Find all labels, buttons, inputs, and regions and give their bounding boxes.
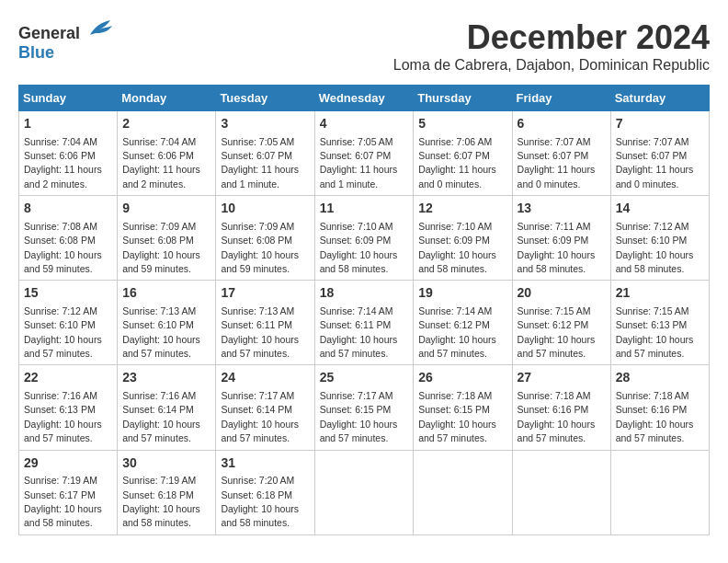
day-number: 19 [418, 284, 506, 303]
day-cell-22: 22Sunrise: 7:16 AMSunset: 6:13 PMDayligh… [19, 365, 118, 450]
week-row-1: 1Sunrise: 7:04 AMSunset: 6:06 PMDaylight… [19, 111, 710, 196]
day-cell-29: 29Sunrise: 7:19 AMSunset: 6:17 PMDayligh… [19, 450, 118, 534]
day-number: 26 [418, 369, 506, 387]
day-number: 29 [24, 454, 112, 473]
day-info: Sunrise: 7:07 AMSunset: 6:07 PMDaylight:… [518, 136, 596, 190]
day-number: 12 [418, 200, 506, 218]
day-info: Sunrise: 7:06 AMSunset: 6:07 PMDaylight:… [418, 136, 496, 190]
day-number: 11 [320, 200, 409, 218]
day-number: 31 [221, 454, 309, 473]
day-info: Sunrise: 7:15 AMSunset: 6:12 PMDaylight:… [518, 305, 596, 359]
day-cell-16: 16Sunrise: 7:13 AMSunset: 6:10 PMDayligh… [118, 281, 216, 365]
day-info: Sunrise: 7:12 AMSunset: 6:10 PMDaylight:… [24, 305, 102, 359]
day-number: 5 [418, 115, 506, 133]
day-info: Sunrise: 7:04 AMSunset: 6:06 PMDaylight:… [24, 136, 102, 190]
empty-cell [610, 450, 709, 534]
day-cell-18: 18Sunrise: 7:14 AMSunset: 6:11 PMDayligh… [314, 281, 414, 365]
day-number: 17 [221, 284, 309, 303]
day-number: 20 [518, 284, 606, 303]
day-number: 15 [24, 284, 112, 303]
day-number: 16 [122, 284, 210, 303]
weekday-wednesday: Wednesday [314, 86, 414, 111]
day-info: Sunrise: 7:16 AMSunset: 6:14 PMDaylight:… [122, 390, 200, 443]
logo-bird-icon [86, 18, 112, 39]
day-cell-3: 3Sunrise: 7:05 AMSunset: 6:07 PMDaylight… [216, 111, 314, 196]
day-info: Sunrise: 7:10 AMSunset: 6:09 PMDaylight:… [320, 221, 398, 274]
day-number: 3 [221, 115, 309, 133]
day-cell-11: 11Sunrise: 7:10 AMSunset: 6:09 PMDayligh… [314, 196, 414, 281]
day-info: Sunrise: 7:19 AMSunset: 6:17 PMDaylight:… [24, 475, 102, 528]
day-info: Sunrise: 7:20 AMSunset: 6:18 PMDaylight:… [221, 475, 299, 528]
logo-general: General [18, 24, 80, 42]
day-cell-30: 30Sunrise: 7:19 AMSunset: 6:18 PMDayligh… [118, 450, 216, 534]
day-info: Sunrise: 7:18 AMSunset: 6:16 PMDaylight:… [616, 390, 694, 443]
week-row-2: 8Sunrise: 7:08 AMSunset: 6:08 PMDaylight… [19, 196, 710, 281]
day-number: 22 [24, 369, 112, 387]
day-number: 27 [518, 369, 606, 387]
day-info: Sunrise: 7:14 AMSunset: 6:12 PMDaylight:… [418, 305, 496, 359]
day-cell-15: 15Sunrise: 7:12 AMSunset: 6:10 PMDayligh… [19, 281, 118, 365]
day-info: Sunrise: 7:13 AMSunset: 6:11 PMDaylight:… [221, 305, 299, 359]
day-number: 30 [122, 454, 210, 473]
day-cell-20: 20Sunrise: 7:15 AMSunset: 6:12 PMDayligh… [512, 281, 610, 365]
day-cell-6: 6Sunrise: 7:07 AMSunset: 6:07 PMDaylight… [512, 111, 610, 196]
day-cell-26: 26Sunrise: 7:18 AMSunset: 6:15 PMDayligh… [414, 365, 512, 450]
day-info: Sunrise: 7:10 AMSunset: 6:09 PMDaylight:… [418, 221, 496, 274]
weekday-saturday: Saturday [610, 86, 709, 111]
day-info: Sunrise: 7:04 AMSunset: 6:06 PMDaylight:… [122, 136, 200, 190]
calendar-table: SundayMondayTuesdayWednesdayThursdayFrid… [18, 85, 710, 535]
day-cell-27: 27Sunrise: 7:18 AMSunset: 6:16 PMDayligh… [512, 365, 610, 450]
day-cell-7: 7Sunrise: 7:07 AMSunset: 6:07 PMDaylight… [610, 111, 709, 196]
day-info: Sunrise: 7:19 AMSunset: 6:18 PMDaylight:… [122, 475, 200, 528]
day-info: Sunrise: 7:09 AMSunset: 6:08 PMDaylight:… [122, 221, 200, 274]
day-info: Sunrise: 7:13 AMSunset: 6:10 PMDaylight:… [122, 305, 200, 359]
day-info: Sunrise: 7:08 AMSunset: 6:08 PMDaylight:… [24, 221, 102, 274]
day-cell-21: 21Sunrise: 7:15 AMSunset: 6:13 PMDayligh… [610, 281, 709, 365]
week-row-5: 29Sunrise: 7:19 AMSunset: 6:17 PMDayligh… [19, 450, 710, 534]
location-title: Loma de Cabrera, Dajabon, Dominican Repu… [393, 57, 710, 74]
day-number: 1 [24, 115, 112, 133]
day-cell-4: 4Sunrise: 7:05 AMSunset: 6:07 PMDaylight… [314, 111, 414, 196]
empty-cell [414, 450, 512, 534]
weekday-friday: Friday [512, 86, 610, 111]
day-number: 9 [122, 200, 210, 218]
day-number: 28 [616, 369, 704, 387]
day-cell-28: 28Sunrise: 7:18 AMSunset: 6:16 PMDayligh… [610, 365, 709, 450]
day-info: Sunrise: 7:07 AMSunset: 6:07 PMDaylight:… [616, 136, 694, 190]
day-info: Sunrise: 7:05 AMSunset: 6:07 PMDaylight:… [221, 136, 299, 190]
logo: General Blue [18, 18, 112, 63]
day-number: 14 [616, 200, 704, 218]
week-row-4: 22Sunrise: 7:16 AMSunset: 6:13 PMDayligh… [19, 365, 710, 450]
day-cell-13: 13Sunrise: 7:11 AMSunset: 6:09 PMDayligh… [512, 196, 610, 281]
header: General Blue December 2024 Loma de Cabre… [18, 18, 710, 81]
day-number: 25 [320, 369, 409, 387]
weekday-monday: Monday [118, 86, 216, 111]
empty-cell [512, 450, 610, 534]
day-info: Sunrise: 7:17 AMSunset: 6:15 PMDaylight:… [320, 390, 398, 443]
day-cell-17: 17Sunrise: 7:13 AMSunset: 6:11 PMDayligh… [216, 281, 314, 365]
day-cell-1: 1Sunrise: 7:04 AMSunset: 6:06 PMDaylight… [19, 111, 118, 196]
day-number: 21 [616, 284, 704, 303]
day-info: Sunrise: 7:16 AMSunset: 6:13 PMDaylight:… [24, 390, 102, 443]
day-info: Sunrise: 7:12 AMSunset: 6:10 PMDaylight:… [616, 221, 694, 274]
day-info: Sunrise: 7:14 AMSunset: 6:11 PMDaylight:… [320, 305, 398, 359]
day-number: 8 [24, 200, 112, 218]
logo-blue: Blue [18, 43, 54, 62]
weekday-sunday: Sunday [19, 86, 118, 111]
month-title: December 2024 [393, 18, 710, 57]
day-cell-31: 31Sunrise: 7:20 AMSunset: 6:18 PMDayligh… [216, 450, 314, 534]
day-number: 2 [122, 115, 210, 133]
week-row-3: 15Sunrise: 7:12 AMSunset: 6:10 PMDayligh… [19, 281, 710, 365]
title-block: December 2024 Loma de Cabrera, Dajabon, … [393, 18, 710, 81]
day-cell-8: 8Sunrise: 7:08 AMSunset: 6:08 PMDaylight… [19, 196, 118, 281]
page-container: General Blue December 2024 Loma de Cabre… [18, 18, 710, 535]
day-number: 6 [518, 115, 606, 133]
weekday-thursday: Thursday [414, 86, 512, 111]
day-number: 23 [122, 369, 210, 387]
day-cell-23: 23Sunrise: 7:16 AMSunset: 6:14 PMDayligh… [118, 365, 216, 450]
day-info: Sunrise: 7:17 AMSunset: 6:14 PMDaylight:… [221, 390, 299, 443]
day-cell-24: 24Sunrise: 7:17 AMSunset: 6:14 PMDayligh… [216, 365, 314, 450]
day-info: Sunrise: 7:05 AMSunset: 6:07 PMDaylight:… [320, 136, 398, 190]
day-cell-10: 10Sunrise: 7:09 AMSunset: 6:08 PMDayligh… [216, 196, 314, 281]
weekday-tuesday: Tuesday [216, 86, 314, 111]
